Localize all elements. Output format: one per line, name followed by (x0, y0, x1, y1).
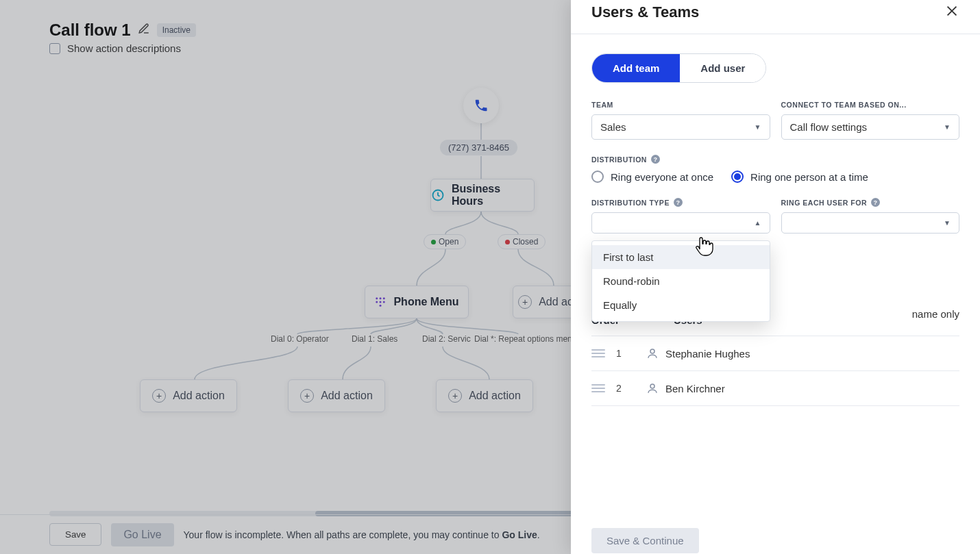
ring-for-select[interactable]: ▼ (781, 212, 960, 234)
radio-icon (591, 171, 604, 183)
caret-up-icon: ▲ (755, 219, 761, 227)
drawer-title: Users & Teams (591, 3, 699, 21)
row-order: 1 (605, 348, 646, 359)
dd-first-to-last[interactable]: First to last (592, 245, 770, 269)
radio-ring-one[interactable]: Ring one person at a time (731, 171, 868, 183)
dist-type-label: DISTRIBUTION TYPE ? (591, 198, 770, 207)
caret-down-icon: ▼ (944, 123, 951, 131)
close-icon[interactable] (944, 3, 959, 21)
name-only-fragment: name only (912, 308, 959, 320)
svg-point-13 (650, 384, 654, 388)
add-team-tab[interactable]: Add team (592, 54, 680, 82)
user-icon (646, 382, 659, 394)
help-icon[interactable]: ? (651, 155, 660, 164)
distribution-label: DISTRIBUTION ? (591, 155, 959, 164)
add-team-user-toggle: Add team Add user (591, 53, 766, 83)
user-icon (646, 347, 659, 360)
row-user-name: Stephanie Hughes (665, 348, 750, 360)
connect-select[interactable]: Call flow settings ▼ (781, 114, 960, 140)
distribution-type-select[interactable]: ▲ (591, 212, 770, 234)
team-field-label: TEAM (591, 101, 770, 109)
radio-ring-all[interactable]: Ring everyone at once (591, 171, 713, 183)
user-row: 1 Stephanie Hughes (591, 336, 959, 370)
radio-icon (731, 171, 744, 183)
team-select[interactable]: Sales ▼ (591, 114, 770, 140)
row-order: 2 (605, 383, 646, 394)
help-icon[interactable]: ? (871, 198, 880, 207)
drag-handle-icon[interactable] (591, 349, 605, 357)
ring-for-label: RING EACH USER FOR ? (781, 198, 960, 207)
save-continue-button[interactable]: Save & Continue (591, 528, 699, 553)
distribution-type-dropdown: First to last Round-robin Equally (591, 240, 770, 322)
caret-down-icon: ▼ (755, 123, 761, 131)
svg-point-12 (650, 349, 654, 353)
drag-handle-icon[interactable] (591, 384, 605, 392)
connect-field-label: CONNECT TO TEAM BASED ON... (781, 101, 960, 109)
user-row: 2 Ben Kirchner (591, 370, 959, 405)
add-user-tab[interactable]: Add user (680, 54, 765, 82)
row-user-name: Ben Kirchner (665, 383, 725, 394)
dd-equally[interactable]: Equally (592, 293, 770, 317)
help-icon[interactable]: ? (674, 198, 683, 207)
users-teams-drawer: Users & Teams Add team Add user TEAM Sal… (571, 0, 980, 554)
caret-down-icon: ▼ (944, 219, 951, 227)
dd-round-robin[interactable]: Round-robin (592, 269, 770, 293)
